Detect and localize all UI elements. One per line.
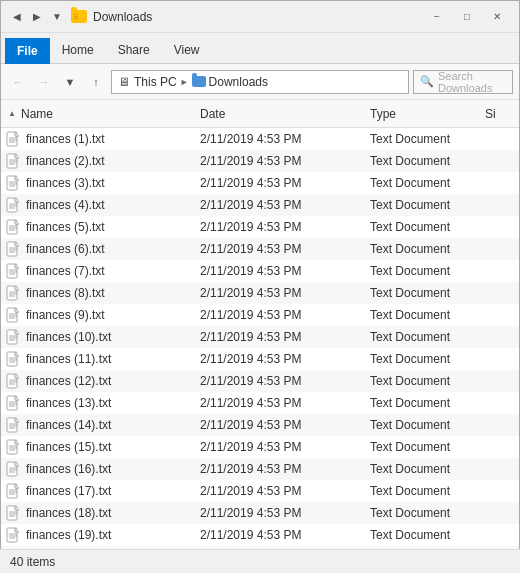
cell-name: finances (3).txt (1, 175, 196, 191)
pc-icon: 🖥 (118, 75, 130, 89)
table-row[interactable]: finances (19).txt 2/11/2019 4:53 PM Text… (1, 524, 519, 546)
cell-date: 2/11/2019 4:53 PM (196, 506, 366, 520)
minimize-button[interactable]: − (423, 7, 451, 27)
txt-file-icon (5, 175, 21, 191)
txt-file-icon (5, 263, 21, 279)
file-name: finances (11).txt (26, 352, 111, 366)
cell-name: finances (18).txt (1, 505, 196, 521)
window-title: Downloads (93, 10, 152, 24)
table-row[interactable]: finances (14).txt 2/11/2019 4:53 PM Text… (1, 414, 519, 436)
col-header-date[interactable]: Date (196, 107, 366, 121)
file-name: finances (12).txt (26, 374, 111, 388)
file-name: finances (3).txt (26, 176, 105, 190)
sort-indicator: ▲ (5, 109, 19, 118)
txt-file-icon (5, 241, 21, 257)
file-name: finances (8).txt (26, 286, 105, 300)
cell-name: finances (6).txt (1, 241, 196, 257)
cell-date: 2/11/2019 4:53 PM (196, 176, 366, 190)
forward-button[interactable]: → (33, 71, 55, 93)
cell-date: 2/11/2019 4:53 PM (196, 308, 366, 322)
file-name: finances (19).txt (26, 528, 111, 542)
table-row[interactable]: finances (2).txt 2/11/2019 4:53 PM Text … (1, 150, 519, 172)
cell-name: finances (15).txt (1, 439, 196, 455)
cell-name: finances (5).txt (1, 219, 196, 235)
title-bar: ◀ ▶ ▼ Downloads − □ ✕ (1, 1, 519, 33)
close-button[interactable]: ✕ (483, 7, 511, 27)
cell-type: Text Document (366, 176, 481, 190)
status-bar: 40 items (0, 549, 520, 573)
cell-name: finances (1).txt (1, 131, 196, 147)
cell-name: finances (4).txt (1, 197, 196, 213)
tab-share[interactable]: Share (106, 37, 162, 63)
table-row[interactable]: finances (10).txt 2/11/2019 4:53 PM Text… (1, 326, 519, 348)
cell-type: Text Document (366, 308, 481, 322)
col-header-type[interactable]: Type (366, 107, 481, 121)
cell-date: 2/11/2019 4:53 PM (196, 220, 366, 234)
up-button[interactable]: ↑ (85, 71, 107, 93)
tab-home[interactable]: Home (50, 37, 106, 63)
table-row[interactable]: finances (5).txt 2/11/2019 4:53 PM Text … (1, 216, 519, 238)
txt-file-icon (5, 527, 21, 543)
table-row[interactable]: finances (16).txt 2/11/2019 4:53 PM Text… (1, 458, 519, 480)
cell-type: Text Document (366, 154, 481, 168)
cell-name: finances (9).txt (1, 307, 196, 323)
back-button[interactable]: ← (7, 71, 29, 93)
cell-date: 2/11/2019 4:53 PM (196, 286, 366, 300)
cell-type: Text Document (366, 440, 481, 454)
search-box[interactable]: 🔍 Search Downloads (413, 70, 513, 94)
table-row[interactable]: finances (12).txt 2/11/2019 4:53 PM Text… (1, 370, 519, 392)
cell-type: Text Document (366, 396, 481, 410)
cell-type: Text Document (366, 286, 481, 300)
file-name: finances (14).txt (26, 418, 111, 432)
cell-date: 2/11/2019 4:53 PM (196, 440, 366, 454)
cell-type: Text Document (366, 198, 481, 212)
table-row[interactable]: finances (6).txt 2/11/2019 4:53 PM Text … (1, 238, 519, 260)
table-row[interactable]: finances (15).txt 2/11/2019 4:53 PM Text… (1, 436, 519, 458)
cell-type: Text Document (366, 132, 481, 146)
table-row[interactable]: finances (1).txt 2/11/2019 4:53 PM Text … (1, 128, 519, 150)
cell-name: finances (11).txt (1, 351, 196, 367)
forward-btn[interactable]: ▶ (29, 9, 45, 25)
tab-file[interactable]: File (5, 38, 50, 64)
table-row[interactable]: finances (3).txt 2/11/2019 4:53 PM Text … (1, 172, 519, 194)
address-bar[interactable]: 🖥 This PC ► Downloads (111, 70, 409, 94)
file-name: finances (16).txt (26, 462, 111, 476)
cell-name: finances (13).txt (1, 395, 196, 411)
table-row[interactable]: finances (8).txt 2/11/2019 4:53 PM Text … (1, 282, 519, 304)
cell-date: 2/11/2019 4:53 PM (196, 330, 366, 344)
table-row[interactable]: finances (9).txt 2/11/2019 4:53 PM Text … (1, 304, 519, 326)
table-row[interactable]: finances (7).txt 2/11/2019 4:53 PM Text … (1, 260, 519, 282)
table-row[interactable]: finances (13).txt 2/11/2019 4:53 PM Text… (1, 392, 519, 414)
col-header-size[interactable]: Si (481, 107, 519, 121)
txt-file-icon (5, 373, 21, 389)
cell-date: 2/11/2019 4:53 PM (196, 396, 366, 410)
cell-date: 2/11/2019 4:53 PM (196, 462, 366, 476)
breadcrumb-downloads[interactable]: Downloads (209, 75, 268, 89)
txt-file-icon (5, 461, 21, 477)
table-row[interactable]: finances (4).txt 2/11/2019 4:53 PM Text … (1, 194, 519, 216)
table-row[interactable]: finances (11).txt 2/11/2019 4:53 PM Text… (1, 348, 519, 370)
search-placeholder: Search Downloads (438, 70, 506, 94)
txt-file-icon (5, 483, 21, 499)
ribbon: File Home Share View (1, 33, 519, 64)
maximize-button[interactable]: □ (453, 7, 481, 27)
down-arrow-button[interactable]: ▼ (59, 71, 81, 93)
cell-type: Text Document (366, 506, 481, 520)
back-btn[interactable]: ◀ (9, 9, 25, 25)
file-name: finances (18).txt (26, 506, 111, 520)
window-buttons: − □ ✕ (423, 7, 511, 27)
cell-name: finances (2).txt (1, 153, 196, 169)
table-row[interactable]: finances (18).txt 2/11/2019 4:53 PM Text… (1, 502, 519, 524)
tab-view[interactable]: View (162, 37, 212, 63)
file-name: finances (1).txt (26, 132, 105, 146)
down-btn[interactable]: ▼ (49, 9, 65, 25)
txt-file-icon (5, 285, 21, 301)
download-folder-icon (192, 76, 206, 87)
file-list: finances (1).txt 2/11/2019 4:53 PM Text … (1, 128, 519, 551)
breadcrumb-thispc[interactable]: This PC (134, 75, 177, 89)
cell-name: finances (19).txt (1, 527, 196, 543)
table-row[interactable]: finances (17).txt 2/11/2019 4:53 PM Text… (1, 480, 519, 502)
breadcrumb-arrow-1: ► (180, 77, 189, 87)
col-header-name[interactable]: ▲ Name (1, 107, 196, 121)
file-name: finances (9).txt (26, 308, 105, 322)
